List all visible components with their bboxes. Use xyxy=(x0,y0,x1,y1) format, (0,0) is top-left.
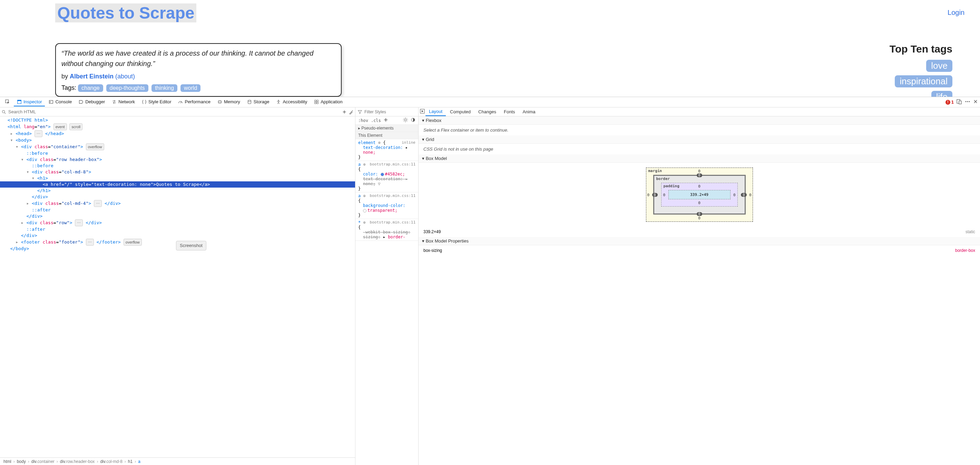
tab-memory[interactable]: Memory xyxy=(214,98,243,106)
bc-col[interactable]: div.col-md-8 xyxy=(99,459,124,464)
toptag-inspirational[interactable]: inspirational xyxy=(895,75,952,88)
tab-application[interactable]: Application xyxy=(311,98,346,106)
layout-tab-changes[interactable]: Changes xyxy=(475,108,500,116)
search-html-input[interactable] xyxy=(8,109,340,114)
tab-debugger[interactable]: Debugger xyxy=(76,98,108,106)
breadcrumb-bar[interactable]: html› body› div.container› div.row.heade… xyxy=(0,457,355,465)
author-link[interactable]: Albert Einstein xyxy=(70,73,113,80)
tag-change[interactable]: change xyxy=(78,84,103,92)
tab-storage[interactable]: Storage xyxy=(244,98,273,106)
svg-line-24 xyxy=(5,112,6,113)
flexbox-header[interactable]: ▾ Flexbox xyxy=(418,117,980,125)
svg-point-21 xyxy=(967,101,968,102)
this-element-header: This Element xyxy=(355,132,418,139)
svg-line-33 xyxy=(407,118,407,119)
rule-source: bootstrap.min.css:11 xyxy=(370,162,415,166)
svg-point-22 xyxy=(969,101,970,102)
tab-style-editor[interactable]: Style Editor xyxy=(139,98,174,106)
tag-deep-thoughts[interactable]: deep-thoughts xyxy=(106,84,148,92)
tag-thinking[interactable]: thinking xyxy=(151,84,177,92)
more-menu-icon[interactable] xyxy=(965,99,970,105)
svg-point-12 xyxy=(248,100,251,101)
error-count[interactable]: !1 xyxy=(945,99,954,105)
rule-source: inline xyxy=(402,140,415,145)
svg-point-23 xyxy=(2,110,5,113)
rule-element[interactable]: inline element ⊕ { text-decoration: ▸ no… xyxy=(355,139,418,161)
layout-pane: Layout Computed Changes Fonts Anima ▾ Fl… xyxy=(418,107,980,465)
selected-dom-node[interactable]: <a href="/" style="text-decoration: none… xyxy=(0,181,355,188)
quote-card: “The world as we have created it is a pr… xyxy=(55,43,342,97)
tab-console[interactable]: Console xyxy=(46,98,75,106)
tab-label: Style Editor xyxy=(148,99,171,104)
box-model-diagram[interactable]: margin 0 0 0 0 border 0 0 0 0 xyxy=(418,163,980,227)
eyedropper-icon[interactable] xyxy=(349,110,354,114)
tab-label: Application xyxy=(321,99,343,104)
tab-accessibility[interactable]: Accessibility xyxy=(273,98,310,106)
layout-tab-layout[interactable]: Layout xyxy=(425,107,446,116)
toptag-life[interactable]: life xyxy=(931,91,952,97)
rule-source: bootstrap.min.css:11 xyxy=(370,220,415,225)
prop-box-sizing: box-sizing border-box xyxy=(423,248,975,254)
toptag-love[interactable]: love xyxy=(926,60,952,72)
rule-a-2[interactable]: bootstrap.min.css:11 a ⊕ { background-co… xyxy=(355,192,418,219)
dark-mode-icon[interactable] xyxy=(410,117,415,123)
responsive-mode-icon[interactable] xyxy=(956,99,962,105)
rule-a-1[interactable]: bootstrap.min.css:11 a ⊕ { color: #4582e… xyxy=(355,161,418,192)
run-icon[interactable] xyxy=(420,109,425,115)
filter-styles-input[interactable] xyxy=(364,110,416,114)
grid-header[interactable]: ▾ Grid xyxy=(418,136,980,144)
quote-byline: by Albert Einstein (about) xyxy=(61,73,336,80)
svg-point-25 xyxy=(404,119,406,121)
svg-rect-3 xyxy=(49,100,53,103)
layout-tab-anim[interactable]: Anima xyxy=(519,108,539,116)
svg-rect-15 xyxy=(317,100,318,101)
boxmodel-header[interactable]: ▾ Box Model xyxy=(418,154,980,163)
tab-label: Memory xyxy=(224,99,240,104)
bc-body[interactable]: body xyxy=(16,459,27,464)
close-devtools-icon[interactable] xyxy=(973,99,978,105)
bc-h1[interactable]: h1 xyxy=(127,459,134,464)
svg-point-20 xyxy=(966,101,967,102)
padding-label: padding xyxy=(663,184,679,188)
tab-performance[interactable]: Performance xyxy=(175,98,213,106)
styles-pane: :hov .cls ▸ Pseudo-elements This Element… xyxy=(355,107,418,465)
add-element-icon[interactable] xyxy=(342,110,347,114)
rule-star[interactable]: bootstrap.min.css:11 * ⊕ { -webkit-box-s… xyxy=(355,219,418,241)
layout-tab-computed[interactable]: Computed xyxy=(447,108,474,116)
svg-rect-17 xyxy=(317,102,318,103)
dom-tree[interactable]: <!DOCTYPE html> <html lang="en"> event s… xyxy=(0,117,355,457)
bc-container[interactable]: div.container xyxy=(30,459,56,464)
svg-line-4 xyxy=(180,102,181,103)
boxmodel-size: 339.2×49 static xyxy=(423,229,975,235)
hov-toggle[interactable]: :hov xyxy=(358,118,368,123)
filter-icon xyxy=(358,110,362,114)
devtools-panel: Inspector Console Debugger Network Style… xyxy=(0,97,980,465)
about-link[interactable]: (about) xyxy=(115,73,135,80)
pick-element-button[interactable] xyxy=(2,98,13,106)
tab-network[interactable]: Network xyxy=(109,98,138,106)
content-box: 339.2×49 xyxy=(668,190,730,199)
bc-a[interactable]: a xyxy=(137,459,142,464)
margin-label: margin xyxy=(648,169,662,173)
page-title-link[interactable]: Quotes to Scrape xyxy=(55,3,196,22)
light-mode-icon[interactable] xyxy=(403,117,408,123)
login-link[interactable]: Login xyxy=(948,9,964,17)
bc-row[interactable]: div.row.header-box xyxy=(59,459,96,464)
grid-msg: CSS Grid is not in use on this page xyxy=(418,144,980,154)
boxmodel-props-header[interactable]: ▾ Box Model Properties xyxy=(418,237,980,245)
layout-tab-fonts[interactable]: Fonts xyxy=(500,108,519,116)
tab-label: Inspector xyxy=(24,99,42,104)
svg-rect-5 xyxy=(218,101,221,102)
tab-label: Performance xyxy=(185,99,210,104)
tab-inspector[interactable]: Inspector xyxy=(14,98,45,106)
bc-html[interactable]: html xyxy=(2,459,13,464)
svg-rect-19 xyxy=(959,101,961,104)
devtools-toolbar: Inspector Console Debugger Network Style… xyxy=(0,97,980,107)
tag-world[interactable]: world xyxy=(180,84,200,92)
pseudo-elements-header[interactable]: ▸ Pseudo-elements xyxy=(355,125,418,132)
tags-label: Tags: xyxy=(61,84,78,91)
cls-toggle[interactable]: .cls xyxy=(371,118,381,123)
svg-rect-2 xyxy=(18,100,21,101)
add-rule-icon[interactable] xyxy=(384,118,388,123)
border-label: border xyxy=(656,177,670,181)
